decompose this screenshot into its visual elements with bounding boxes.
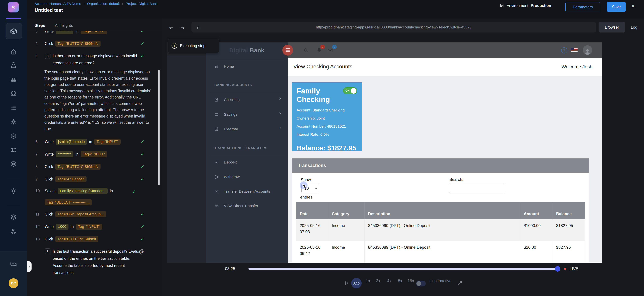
rail-active-underline (6, 18, 21, 19)
rail-item-chaos[interactable] (6, 159, 21, 169)
assertion-question: Is there an error message displayed when… (53, 52, 148, 66)
play-button[interactable] (344, 281, 349, 286)
step-row-4[interactable]: 4 Click Tag="BUTTON" SIGN IN ✓ (27, 40, 162, 47)
step-row-3[interactable]: 3 Write ********* in Tag="INPUT" ✓ (27, 31, 162, 35)
rail-item-experiments[interactable] (6, 60, 21, 70)
browser-back-icon[interactable]: ← (169, 24, 174, 30)
rail-item-account-settings[interactable] (6, 186, 21, 196)
column-date[interactable]: Date (296, 202, 328, 219)
step-row-13[interactable]: 13 Click Tag="BUTTON" Submit ✓ (27, 235, 162, 243)
step-target-chip[interactable]: Tag="DIV" Deposit Amoun... (55, 211, 106, 217)
step-row-12[interactable]: 12 Write 1000 in Tag="INPUT" ✓ (27, 223, 162, 230)
step-target-chip[interactable]: Tag="INPUT" (76, 224, 102, 230)
sidebar-item-checking[interactable]: Checking › (206, 95, 288, 105)
playback-scrubber-knob[interactable] (555, 266, 560, 272)
messages-icon[interactable] (327, 47, 333, 54)
step-row-7[interactable]: 7 Write ********* in Tag="INPUT" ✓ (27, 150, 162, 158)
sidebar-item-transfer-between-accounts[interactable]: Transfer Between Accounts (206, 186, 288, 196)
rail-item-modules-active[interactable] (6, 23, 22, 39)
column-description[interactable]: Description (365, 202, 520, 219)
us-flag-icon[interactable] (571, 48, 578, 52)
step-row-10[interactable]: 10 Select Family Checking (Standar... in… (27, 188, 154, 205)
rail-item-pipelines[interactable] (6, 145, 21, 155)
skip-inactive-toggle[interactable] (416, 281, 426, 287)
user-avatar[interactable]: DC (8, 278, 18, 288)
step-row-8[interactable]: 8 Click Tag="BUTTON" SIGN IN ✓ (27, 163, 162, 170)
environment-value[interactable]: Production (531, 3, 551, 8)
breadcrumb-organization[interactable]: Organization: default (87, 2, 120, 6)
rail-item-grid[interactable] (6, 75, 21, 85)
table-row[interactable]: 2025-05-1607:03 Income 845336090 (DPT) -… (296, 219, 585, 241)
speed-16x-button[interactable]: 16x (408, 279, 414, 283)
playback-progress-bar[interactable] (248, 268, 557, 270)
bank-user-avatar[interactable] (583, 45, 592, 55)
step-action: Click (45, 41, 53, 46)
rail-item-settings[interactable] (6, 117, 21, 127)
step-target-chip[interactable]: Tag="A" Deposit (55, 176, 86, 182)
rail-item-org-structure[interactable] (6, 227, 21, 237)
rail-item-list[interactable] (6, 103, 21, 113)
step-target-chip[interactable]: Tag="INPUT" (94, 139, 120, 145)
step-value-chip[interactable]: 1000 (56, 224, 68, 230)
rail-item-help-chat[interactable]: ? (6, 260, 21, 270)
rail-item-compare[interactable] (6, 89, 21, 99)
sidebar-toggle-button[interactable] (282, 45, 293, 56)
harness-logo[interactable] (8, 2, 19, 12)
column-amount[interactable]: Amount (520, 202, 553, 219)
step-target-chip[interactable]: Tag="BUTTON" SIGN IN (55, 41, 100, 47)
speed-2x-button[interactable]: 2x (376, 279, 380, 283)
step-row-6[interactable]: 6 Write jsmith@demo.io in Tag="INPUT" ✓ (27, 138, 162, 146)
step-value-chip[interactable]: Family Checking (Standar... (58, 188, 108, 194)
parameters-button[interactable]: Parameters (566, 2, 600, 12)
sidebar-item-external[interactable]: External › (206, 124, 288, 134)
step-value-chip[interactable]: ********* (56, 31, 73, 34)
account-card-family-checking[interactable]: Family Checking ON Account: Standard Che… (292, 82, 362, 151)
step-target-chip[interactable]: Tag="SELECT" ---------- ... (45, 199, 92, 205)
rail-item-environments[interactable] (6, 212, 21, 222)
step-row-9[interactable]: 9 Click Tag="A" Deposit ✓ (27, 175, 162, 183)
sidebar-item-visa-direct-transfer[interactable]: VISA Direct Transfer (206, 201, 288, 211)
column-balance[interactable]: Balance (553, 202, 585, 219)
step-target-chip[interactable]: Tag="INPUT" (81, 151, 107, 157)
sidebar-item-withdraw[interactable]: Withdraw (206, 172, 288, 182)
close-icon[interactable]: ✕ (631, 4, 635, 9)
messages-badge: 0 (332, 45, 337, 49)
speed-8x-button[interactable]: 8x (398, 279, 402, 283)
column-category[interactable]: Category (328, 202, 365, 219)
step-success-icon: ✓ (140, 31, 144, 34)
help-icon[interactable]: ? (561, 47, 567, 53)
speed-1x-button[interactable]: 1x (366, 279, 370, 283)
step-target-chip[interactable]: Tag="BUTTON" Submit (55, 236, 98, 242)
step-row-assertion-running[interactable]: A Is the last transaction a successful d… (27, 248, 162, 276)
transactions-search-input[interactable] (449, 184, 505, 193)
tab-log[interactable]: Log (628, 22, 640, 32)
panel-collapse-handle[interactable]: › (27, 261, 32, 272)
url-bar[interactable]: http://prod.dbank.staging-apps.relicx.ai… (192, 22, 596, 32)
breadcrumb-account[interactable]: Account: Harness AITA Demo (34, 2, 81, 6)
tab-ai-insights[interactable]: AI insights (55, 23, 73, 28)
step-value-chip[interactable]: jsmith@demo.io (56, 139, 87, 145)
rail-item-incognito[interactable] (6, 131, 21, 141)
step-target-chip[interactable]: Tag="BUTTON" SIGN IN (55, 164, 100, 170)
fullscreen-icon[interactable] (457, 281, 462, 286)
save-button[interactable]: Save (607, 2, 626, 12)
sidebar-item-home[interactable]: Home (206, 61, 288, 72)
table-row[interactable]: 2025-05-1606:42 Income 845336089 (DPT) -… (296, 241, 585, 263)
steps-list[interactable]: 3 Write ********* in Tag="INPUT" ✓ 4 Cli… (27, 31, 162, 296)
tab-browser[interactable]: Browser (599, 22, 625, 32)
speed-0-5x-button[interactable]: 0.5x (351, 278, 362, 289)
account-toggle[interactable]: ON (343, 87, 357, 94)
search-icon[interactable] (303, 47, 308, 53)
browser-forward-icon[interactable]: → (180, 24, 184, 30)
rail-item-home[interactable] (6, 47, 21, 57)
tab-steps[interactable]: Steps (34, 23, 45, 28)
step-row-5[interactable]: 5 A Is there an error message displayed … (27, 52, 162, 66)
steps-scrollbar[interactable] (158, 70, 160, 185)
step-row-11[interactable]: 11 Click Tag="DIV" Deposit Amoun... ✓ (27, 210, 162, 218)
step-value-chip[interactable]: ********* (56, 151, 73, 157)
sidebar-item-savings[interactable]: Savings › (206, 110, 288, 120)
breadcrumb-project[interactable]: Project: Digital Bank (126, 2, 158, 6)
sidebar-item-deposit[interactable]: Deposit (206, 157, 288, 167)
speed-4x-button[interactable]: 4x (387, 279, 391, 283)
step-target-chip[interactable]: Tag="INPUT" (81, 31, 107, 34)
